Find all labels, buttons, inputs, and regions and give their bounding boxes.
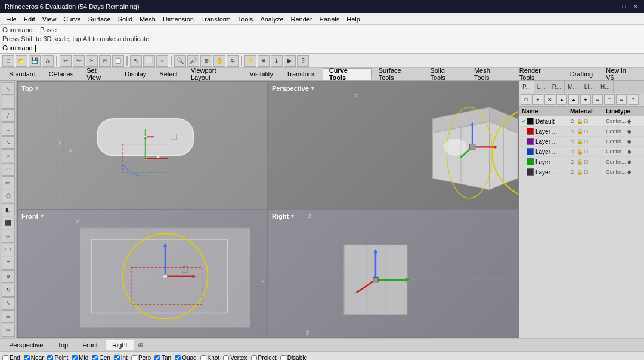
lp-dim[interactable]: ⟷ <box>2 244 15 256</box>
layer-name-2[interactable]: ✔ Layer ... <box>522 138 570 145</box>
tb-zoom-in[interactable]: 🔍 <box>174 55 186 67</box>
rp-tab-render[interactable]: R... <box>549 81 565 93</box>
layer-name-5[interactable]: ✔ Layer ... <box>522 168 570 176</box>
tb-zoom-out[interactable]: 🔎 <box>187 55 199 67</box>
osnap-point-cb[interactable] <box>47 355 53 361</box>
tb-pan[interactable]: ✋ <box>213 55 225 67</box>
osnap-vertex-cb[interactable] <box>223 355 229 361</box>
lp-mesh[interactable]: ⊞ <box>2 230 15 242</box>
tab-solid-tools[interactable]: Solid Tools <box>423 68 467 80</box>
menu-file[interactable]: File <box>2 14 20 24</box>
osnap-end[interactable]: End <box>2 355 20 360</box>
viewport-front[interactable]: Front ▼ x z <box>18 210 267 337</box>
osnap-vertex[interactable]: Vertex <box>223 355 247 360</box>
rp-tab-properties[interactable]: P... <box>519 81 534 93</box>
layer-name-default[interactable]: ✔ Default <box>522 118 570 125</box>
tb-snap[interactable]: ⚡ <box>244 55 256 67</box>
rp-tb-up2[interactable]: ▲ <box>568 94 579 105</box>
rp-tab-help[interactable]: H... <box>597 81 614 93</box>
btab-right[interactable]: Right <box>106 340 134 350</box>
rp-tb-up[interactable]: ▲ <box>556 94 567 105</box>
osnap-disable[interactable]: Disable <box>280 355 307 360</box>
layer-row-default[interactable]: ✔ Default ⊙ 🔒 □ Contin... ◆ <box>519 116 644 127</box>
tab-visibility[interactable]: Visibility <box>243 68 280 80</box>
rp-tb-filter[interactable]: ≡ <box>592 94 603 105</box>
osnap-cen-cb[interactable] <box>92 355 98 361</box>
viewport-top-arrow[interactable]: ▼ <box>34 85 39 91</box>
close-button[interactable]: ✕ <box>632 3 639 10</box>
tb-save[interactable]: 💾 <box>29 55 41 67</box>
lp-text[interactable]: T <box>2 257 15 269</box>
minimize-button[interactable]: – <box>608 3 615 10</box>
viewport-perspective-canvas[interactable]: x z <box>268 82 518 209</box>
tab-drafting[interactable]: Drafting <box>564 68 600 80</box>
viewport-front-arrow[interactable]: ▼ <box>39 213 45 219</box>
osnap-knot-cb[interactable] <box>200 355 206 361</box>
lp-polyline[interactable]: ∟ <box>2 122 15 135</box>
osnap-quad-cb[interactable] <box>175 355 181 361</box>
osnap-mid[interactable]: Mid <box>72 355 88 360</box>
tb-render[interactable]: ▶ <box>284 55 296 67</box>
osnap-int[interactable]: Int <box>114 355 128 360</box>
rp-tab-materials[interactable]: M... <box>565 81 581 93</box>
lp-rotate[interactable]: ↻ <box>2 284 15 296</box>
osnap-tan-cb[interactable] <box>154 355 160 361</box>
lp-line[interactable]: / <box>2 109 15 122</box>
tab-new-v6[interactable]: New in V6 <box>599 68 642 80</box>
tb-lasso[interactable]: ○ <box>156 55 168 67</box>
osnap-perp[interactable]: Perp <box>131 355 151 360</box>
osnap-project[interactable]: Project <box>251 355 277 360</box>
osnap-point[interactable]: Point <box>47 355 68 360</box>
tb-paste[interactable]: 📋 <box>112 55 124 67</box>
layer-name-4[interactable]: ✔ Layer ... <box>522 158 570 165</box>
rp-tab-linetypes[interactable]: Li... <box>581 81 597 93</box>
osnap-near[interactable]: Near <box>24 355 44 360</box>
osnap-cen[interactable]: Cen <box>92 355 110 360</box>
menu-transform[interactable]: Transform <box>197 14 234 24</box>
layer-row-4[interactable]: ✔ Layer ... ⊙ 🔒 □ Contin... ◆ <box>519 157 644 167</box>
tab-standard[interactable]: Standard <box>2 68 42 80</box>
menu-solid[interactable]: Solid <box>114 14 136 24</box>
tab-mesh-tools[interactable]: Mesh Tools <box>467 68 513 80</box>
menu-mesh[interactable]: Mesh <box>136 14 159 24</box>
menu-render[interactable]: Render <box>287 14 316 24</box>
rp-tb-delete[interactable]: ✕ <box>544 94 555 105</box>
rp-tb-options[interactable]: ≡ <box>616 94 627 105</box>
viewport-perspective-arrow[interactable]: ▼ <box>310 85 315 91</box>
layer-name-3[interactable]: ✔ Layer ... <box>522 148 570 155</box>
viewport-right-canvas[interactable]: y z <box>268 210 518 337</box>
lp-curve[interactable]: ∿ <box>2 136 15 149</box>
menu-dimension[interactable]: Dimension <box>159 14 197 24</box>
lp-select[interactable]: ↖ <box>2 82 15 95</box>
layer-row-3[interactable]: ✔ Layer ... ⊙ 🔒 □ Contin... ◆ <box>519 147 644 157</box>
layer-row-5[interactable]: ✔ Layer ... ⊙ 🔒 □ Contin... ◆ <box>519 167 644 177</box>
btab-add-icon[interactable]: ⊕ <box>138 341 144 349</box>
rp-tb-new[interactable]: □ <box>521 94 531 105</box>
btab-front[interactable]: Front <box>76 340 104 350</box>
tb-rotate[interactable]: ↻ <box>227 55 239 67</box>
lp-trim[interactable]: ✂ <box>2 324 15 336</box>
viewport-perspective-label[interactable]: Perspective ▼ <box>272 85 315 92</box>
osnap-tan[interactable]: Tan <box>154 355 171 360</box>
menu-surface[interactable]: Surface <box>85 14 114 24</box>
tb-redo[interactable]: ↪ <box>73 55 85 67</box>
tb-help[interactable]: ? <box>297 55 309 67</box>
rp-tb-help[interactable]: ? <box>628 94 639 105</box>
lp-solid[interactable]: ⬛ <box>2 217 15 229</box>
viewport-perspective[interactable]: Perspective ▼ x z <box>268 82 518 209</box>
osnap-project-cb[interactable] <box>251 355 257 361</box>
lp-scale[interactable]: ⤡ <box>2 297 15 310</box>
rp-tb-down[interactable]: ▼ <box>580 94 591 105</box>
btab-perspective[interactable]: Perspective <box>2 340 49 350</box>
osnap-disable-cb[interactable] <box>280 355 286 361</box>
viewport-top-label[interactable]: Top ▼ <box>21 85 39 92</box>
tab-render-tools[interactable]: Render Tools <box>513 68 564 80</box>
tb-print[interactable]: 🖨 <box>42 55 54 67</box>
tb-new[interactable]: □ <box>2 55 14 67</box>
viewport-right[interactable]: Right ▼ y z <box>268 210 518 337</box>
rp-tb-select[interactable]: □ <box>604 94 615 105</box>
tab-viewport-layout[interactable]: Viewport Layout <box>184 68 243 80</box>
lp-polygon[interactable]: ⬡ <box>2 190 15 202</box>
viewport-right-label[interactable]: Right ▼ <box>272 213 295 220</box>
tab-surface-tools[interactable]: Surface Tools <box>372 68 424 80</box>
